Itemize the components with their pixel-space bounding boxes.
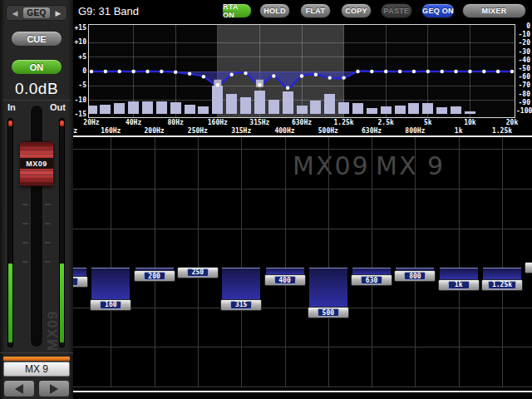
geq-fader-handle-500[interactable]: 500: [308, 307, 349, 318]
geq-graph[interactable]: [88, 24, 515, 118]
band-gain-dot: [131, 70, 135, 73]
geq-fader-fill-630: [352, 268, 391, 274]
fader-band-freq-label: 125Hz: [73, 127, 84, 135]
fader-gridline-vertical: [155, 137, 155, 387]
fader-scale-tick: [45, 223, 51, 224]
prev-channel-button[interactable]: [3, 380, 35, 397]
band-gain-dot: [230, 73, 234, 76]
rta-bar: [114, 103, 125, 114]
peak-led: [8, 121, 12, 126]
band-gain-dot: [118, 70, 121, 73]
rta-bar: [324, 94, 335, 114]
channel-fader-knob[interactable]: MX09: [20, 141, 53, 186]
next-channel-button[interactable]: [38, 380, 70, 397]
rta-bar: [142, 101, 153, 114]
band-gain-dot: [426, 70, 430, 73]
geq-fader-handle-125[interactable]: 125: [73, 276, 88, 288]
rta-bar: [338, 102, 349, 114]
geq-selector-button[interactable]: GEQ: [23, 7, 50, 18]
geq-fader-fill-1k: [440, 268, 478, 279]
geq-fader-handle-1.6k[interactable]: 1.6k: [525, 262, 532, 273]
geq-on-button[interactable]: GEQ ON: [421, 3, 455, 18]
right-arrow-icon: [50, 384, 58, 394]
x-axis-label: 5k: [411, 119, 445, 126]
rta-on-button[interactable]: RTA ON: [222, 3, 252, 18]
rta-bar: [367, 108, 377, 114]
x-axis-label: 630Hz: [285, 119, 318, 126]
geq-fader-handle-1k[interactable]: 1k: [438, 279, 480, 291]
geq-fader-freq-plate: 160: [100, 301, 121, 309]
flat-button[interactable]: FLAT: [300, 3, 331, 18]
fader-band-freq-label: 1.25k: [485, 127, 519, 135]
cue-button[interactable]: CUE: [11, 31, 62, 47]
fader-scale-tick: [45, 242, 51, 244]
fader-scale-tick: [45, 204, 51, 205]
x-axis-label: 315Hz: [243, 119, 276, 126]
geq-main-area: G9: 31 Band MX09 MX 9 RTA ONHOLDFLATCOPY…: [73, 0, 532, 399]
paste-button: PASTE: [381, 3, 412, 18]
rta-bar: [310, 101, 321, 114]
geq-fader-handle-315[interactable]: 315: [220, 299, 262, 311]
x-axis-label: 20k: [495, 119, 529, 126]
geq-fader-handle-400[interactable]: 400: [264, 274, 306, 286]
rta-bar: [89, 106, 97, 115]
band-gain-dot: [328, 76, 332, 79]
channel-id-watermark: MX09: [45, 293, 60, 351]
geq-fader-handle-800[interactable]: 800: [394, 270, 436, 282]
fader-scale-tick: [22, 223, 28, 224]
rta-bar: [240, 97, 251, 114]
left-arrow-icon: [15, 384, 23, 394]
y-axis-left-label: +5: [73, 53, 86, 61]
watermark-channel-name: MX 9: [376, 151, 445, 180]
band-gain-dot: [370, 70, 373, 73]
geq-fader-handle-160[interactable]: 160: [90, 299, 131, 311]
mixer-button[interactable]: MIXER: [462, 3, 526, 18]
y-axis-right-label: -80: [516, 91, 530, 98]
x-axis-label: 10k: [453, 119, 486, 126]
y-axis-left-label: -15: [73, 111, 86, 118]
geq-fader-freq-plate: 800: [404, 272, 426, 280]
divider: [0, 352, 73, 353]
y-axis-left-label: -10: [73, 96, 86, 104]
fader-gridline-vertical: [241, 137, 242, 387]
y-axis-left-label: +10: [73, 38, 86, 46]
geq-fader-freq-plate: 200: [144, 272, 165, 280]
fader-gridline-vertical: [328, 137, 329, 387]
geq-editor-window: ◀ GEQ ▶ CUE ON 0.0dB In Out MX09 MX09: [0, 0, 532, 399]
x-axis-label: 20Hz: [75, 119, 108, 126]
geq-fader-handle-200[interactable]: 200: [134, 270, 175, 282]
peak-led: [60, 121, 64, 126]
y-axis-right-label: 0: [516, 22, 530, 30]
band-gain-dot: [90, 70, 93, 73]
x-axis-label: 2.5k: [369, 119, 402, 126]
hold-button[interactable]: HOLD: [259, 3, 290, 18]
fader-scale-tick: [22, 242, 28, 244]
band-gain-dot: [145, 70, 149, 73]
band-gain-dot: [258, 83, 261, 86]
rta-bar: [185, 105, 195, 115]
geq-fader-handle-630[interactable]: 630: [351, 274, 392, 286]
band-gain-dot: [482, 70, 485, 73]
rta-bar: [198, 106, 209, 115]
fader-knob-label: MX09: [20, 158, 53, 169]
geq-fader-handle-250[interactable]: 250: [177, 267, 219, 278]
watermark-channel-id: MX09: [293, 151, 370, 180]
band-gain-dot: [314, 73, 318, 76]
on-button[interactable]: ON: [11, 59, 62, 75]
geq-prev-arrow-icon[interactable]: ◀: [7, 9, 23, 17]
band-gain-dot: [412, 70, 416, 73]
y-axis-right-label: -100: [516, 107, 530, 115]
divider: [73, 391, 532, 392]
copy-button[interactable]: COPY: [341, 3, 372, 18]
fader-gridline-horizontal: [73, 189, 532, 190]
fader-band-freq-label: 500Hz: [312, 127, 345, 135]
geq-graph-svg: [89, 25, 515, 117]
geq-next-arrow-icon[interactable]: ▶: [50, 9, 66, 17]
channel-color-strip: [3, 357, 70, 361]
fader-band-freq-label: 160Hz: [94, 127, 127, 135]
fader-band-freq-label: 250Hz: [181, 127, 214, 135]
geq-fader-freq-plate: 315: [230, 301, 252, 309]
geq-fader-handle-1.25k[interactable]: 1.25k: [481, 279, 523, 291]
rta-bar: [170, 102, 181, 114]
fader-gridline-vertical: [459, 137, 460, 387]
